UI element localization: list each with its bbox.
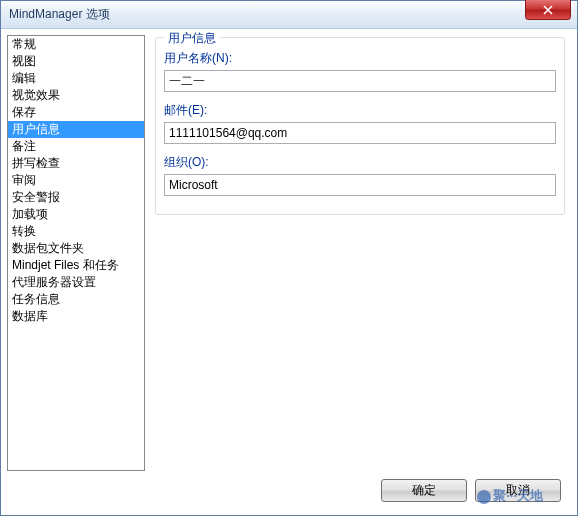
org-label: 组织(O): — [164, 154, 556, 171]
sidebar-item-14[interactable]: 代理服务器设置 — [8, 274, 144, 291]
group-title: 用户信息 — [164, 30, 220, 47]
window-title: MindManager 选项 — [9, 6, 110, 23]
user-info-group: 用户信息 用户名称(N): 邮件(E): 组织(O): — [155, 37, 565, 215]
sidebar-item-12[interactable]: 数据包文件夹 — [8, 240, 144, 257]
sidebar-item-1[interactable]: 视图 — [8, 53, 144, 70]
sidebar-item-8[interactable]: 审阅 — [8, 172, 144, 189]
username-field: 用户名称(N): — [164, 50, 556, 92]
category-sidebar[interactable]: 常规视图编辑视觉效果保存用户信息备注拼写检查审阅安全警报加载项转换数据包文件夹M… — [7, 35, 145, 471]
sidebar-item-6[interactable]: 备注 — [8, 138, 144, 155]
sidebar-item-0[interactable]: 常规 — [8, 36, 144, 53]
sidebar-item-9[interactable]: 安全警报 — [8, 189, 144, 206]
sidebar-item-7[interactable]: 拼写检查 — [8, 155, 144, 172]
sidebar-item-10[interactable]: 加载项 — [8, 206, 144, 223]
content-area: 常规视图编辑视觉效果保存用户信息备注拼写检查审阅安全警报加载项转换数据包文件夹M… — [7, 35, 571, 471]
sidebar-item-5[interactable]: 用户信息 — [8, 121, 144, 138]
username-input[interactable] — [164, 70, 556, 92]
sidebar-item-3[interactable]: 视觉效果 — [8, 87, 144, 104]
dialog-body: 常规视图编辑视觉效果保存用户信息备注拼写检查审阅安全警报加载项转换数据包文件夹M… — [1, 29, 577, 515]
sidebar-item-16[interactable]: 数据库 — [8, 308, 144, 325]
username-label: 用户名称(N): — [164, 50, 556, 67]
org-input[interactable] — [164, 174, 556, 196]
email-label: 邮件(E): — [164, 102, 556, 119]
cancel-button[interactable]: 取消 — [475, 479, 561, 502]
org-field: 组织(O): — [164, 154, 556, 196]
ok-button[interactable]: 确定 — [381, 479, 467, 502]
main-panel: 用户信息 用户名称(N): 邮件(E): 组织(O): — [153, 35, 571, 471]
email-input[interactable] — [164, 122, 556, 144]
dialog-footer: 确定 取消 聚···天地 — [7, 471, 571, 509]
sidebar-item-15[interactable]: 任务信息 — [8, 291, 144, 308]
sidebar-item-11[interactable]: 转换 — [8, 223, 144, 240]
email-field: 邮件(E): — [164, 102, 556, 144]
options-dialog: MindManager 选项 常规视图编辑视觉效果保存用户信息备注拼写检查审阅安… — [0, 0, 578, 516]
titlebar[interactable]: MindManager 选项 — [1, 1, 577, 29]
close-button[interactable] — [525, 0, 571, 20]
sidebar-item-2[interactable]: 编辑 — [8, 70, 144, 87]
sidebar-item-4[interactable]: 保存 — [8, 104, 144, 121]
close-icon — [543, 5, 553, 15]
sidebar-item-13[interactable]: Mindjet Files 和任务 — [8, 257, 144, 274]
